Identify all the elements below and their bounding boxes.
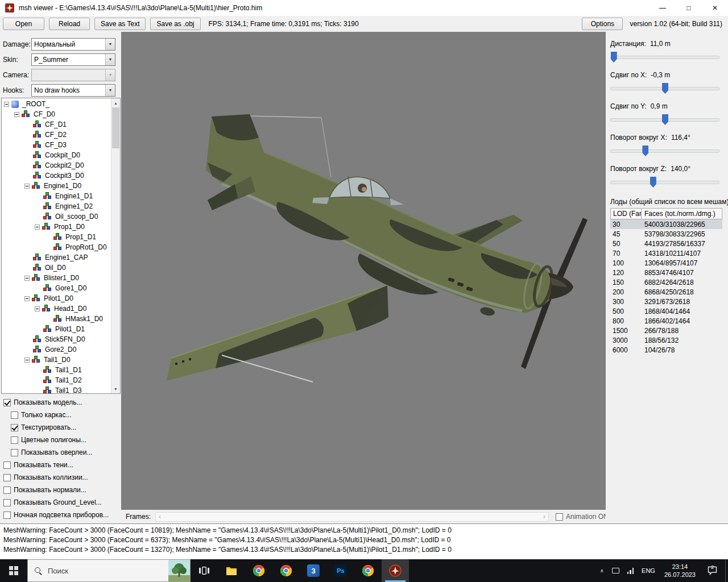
- app3-button[interactable]: 3: [300, 559, 327, 582]
- lod-row[interactable]: 3003291/673/2618: [610, 297, 722, 306]
- tree-item-engine1-d2[interactable]: Engine1_D2: [2, 201, 111, 211]
- slider-thumb[interactable]: [662, 114, 668, 125]
- slider-thumb[interactable]: [642, 146, 648, 156]
- tree-item-gore2-d0[interactable]: Gore2_D0: [2, 344, 111, 355]
- animation-checkbox[interactable]: [556, 513, 563, 521]
- scrollbar-thumb[interactable]: [112, 107, 119, 148]
- tree-item-tail1-d1[interactable]: Tail1_D1: [2, 365, 111, 375]
- slider-thumb[interactable]: [611, 52, 617, 63]
- option-checkbox[interactable]: [3, 462, 11, 469]
- collapse-toggle[interactable]: [24, 296, 30, 301]
- taskbar-clock[interactable]: 23:14 26.07.2023: [659, 563, 701, 579]
- lod-row[interactable]: 6000104/26/78: [610, 345, 722, 355]
- lod-row[interactable]: 7014318/10211/4107: [610, 248, 722, 258]
- taskbar-search[interactable]: Поиск: [27, 559, 191, 582]
- frames-scrollbar[interactable]: ‹ ›: [155, 512, 549, 522]
- tree-item-root[interactable]: _ROOT_: [2, 99, 111, 109]
- tree-item-cockpit-d0[interactable]: Cockpit_D0: [2, 150, 111, 160]
- tree-item-tail1-d3[interactable]: Tail1_D3: [2, 385, 111, 393]
- task-view-button[interactable]: [191, 559, 218, 582]
- damage-dropdown[interactable]: Нормальный▼: [31, 38, 115, 51]
- collapse-toggle[interactable]: [4, 102, 9, 107]
- option-checkbox[interactable]: [3, 512, 11, 519]
- tree-item-oil-scoop-d0[interactable]: Oil_scoop_D0: [2, 211, 111, 222]
- camera-dropdown[interactable]: ▼: [31, 69, 115, 81]
- tree-item-engine1-cap[interactable]: Engine1_CAP: [2, 252, 111, 263]
- distance-slider[interactable]: [610, 52, 719, 63]
- tree-scrollbar[interactable]: ▲ ▼: [111, 98, 120, 393]
- lod-row[interactable]: 1208853/4746/4107: [610, 268, 722, 277]
- option-checkbox[interactable]: [11, 411, 18, 419]
- tree-item-cf-d1[interactable]: CF_D1: [2, 119, 111, 130]
- tree-item-proprot1-d0[interactable]: PropRot1_D0: [2, 242, 111, 252]
- collapse-toggle[interactable]: [35, 225, 40, 230]
- lod-row[interactable]: 8001866/402/1464: [610, 316, 722, 326]
- minimize-button[interactable]: —: [650, 0, 676, 16]
- save-as-obj-button[interactable]: Save as .obj: [150, 18, 200, 30]
- tray-network-button[interactable]: [623, 559, 638, 582]
- photoshop-button[interactable]: Ps: [327, 559, 354, 582]
- save-as-text-button[interactable]: Save as Text: [94, 18, 146, 30]
- viewport[interactable]: Frames: ‹ › Animation ON: [121, 32, 606, 523]
- collapse-toggle[interactable]: [24, 276, 30, 281]
- hidden-icons-chevron[interactable]: ∧: [596, 559, 608, 582]
- option-checkbox[interactable]: [3, 487, 11, 494]
- lod-row[interactable]: 4553798/30833/22965: [610, 229, 722, 239]
- notification-center-button[interactable]: 2: [701, 559, 724, 582]
- tree-item-prop1-d1[interactable]: Prop1_D1: [2, 232, 111, 242]
- start-button[interactable]: [0, 559, 27, 582]
- collapse-toggle[interactable]: [24, 184, 30, 189]
- option-checkbox[interactable]: [11, 436, 18, 444]
- tree-item-stick5fn-d0[interactable]: Stick5FN_D0: [2, 334, 111, 344]
- lod-row[interactable]: 3000188/56/132: [610, 335, 722, 345]
- tree-item-pilot1-d0[interactable]: Pilot1_D0: [2, 293, 111, 304]
- chrome-button[interactable]: [245, 559, 272, 582]
- scroll-down-arrow[interactable]: ▼: [111, 384, 120, 393]
- search-highlight-image[interactable]: [168, 560, 190, 581]
- tree-item-oil-d0[interactable]: Oil_D0: [2, 263, 111, 273]
- tree-item-gore1-d0[interactable]: Gore1_D0: [2, 283, 111, 293]
- slider-thumb[interactable]: [650, 177, 656, 188]
- tree-item-tail1-d2[interactable]: Tail1_D2: [2, 375, 111, 385]
- open-button[interactable]: Open: [3, 18, 44, 30]
- tree-item-engine1-d0[interactable]: Engine1_D0: [2, 181, 111, 191]
- language-indicator[interactable]: ENG: [638, 559, 659, 582]
- maximize-button[interactable]: □: [676, 0, 702, 16]
- tree-item-cf-d0[interactable]: CF_D0: [2, 109, 111, 119]
- reload-button[interactable]: Reload: [49, 18, 90, 30]
- slider-thumb[interactable]: [662, 83, 668, 94]
- options-button[interactable]: Options: [582, 18, 623, 30]
- collapse-toggle[interactable]: [35, 306, 40, 311]
- lod-row[interactable]: 5001868/404/1464: [610, 306, 722, 316]
- lod-row[interactable]: 10013064/8957/4107: [610, 258, 722, 268]
- collapse-toggle[interactable]: [24, 357, 30, 363]
- msh-viewer-taskbar-button[interactable]: [382, 559, 409, 582]
- chrome-button-3[interactable]: [354, 559, 382, 582]
- lod-row[interactable]: 1500266/78/188: [610, 326, 722, 335]
- tree-item-cockpit2-d0[interactable]: Cockpit2_D0: [2, 160, 111, 171]
- file-explorer-button[interactable]: [218, 559, 245, 582]
- shift-y-slider[interactable]: [610, 114, 719, 125]
- tree-item-head1-d0[interactable]: Head1_D0: [2, 304, 111, 314]
- hooks-dropdown[interactable]: No draw hooks▼: [31, 84, 115, 97]
- tree-item-hmask1-d0[interactable]: HMask1_D0: [2, 314, 111, 324]
- skin-dropdown[interactable]: P_Summer▼: [31, 53, 115, 66]
- rotate-z-slider[interactable]: [610, 177, 719, 188]
- tray-display-button[interactable]: [608, 559, 623, 582]
- tree-item-engine1-d1[interactable]: Engine1_D1: [2, 191, 111, 201]
- close-button[interactable]: ✕: [702, 0, 728, 16]
- tree-item-cf-d2[interactable]: CF_D2: [2, 130, 111, 140]
- chrome-button-2[interactable]: [272, 559, 300, 582]
- scroll-up-arrow[interactable]: ▲: [111, 98, 120, 107]
- tree-item-prop1-d0[interactable]: Prop1_D0: [2, 222, 111, 232]
- rotate-x-slider[interactable]: [610, 146, 719, 156]
- shift-x-slider[interactable]: [610, 83, 719, 94]
- frames-next-icon[interactable]: ›: [543, 513, 545, 521]
- option-checkbox[interactable]: [11, 424, 18, 431]
- tree-item-blister1-d0[interactable]: Blister1_D0: [2, 273, 111, 283]
- lod-row[interactable]: 3054003/31038/22965: [610, 219, 722, 229]
- option-checkbox[interactable]: [11, 449, 18, 456]
- collapse-toggle[interactable]: [14, 112, 19, 117]
- tree-item-tail1-d0[interactable]: Tail1_D0: [2, 355, 111, 365]
- tree-item-pilot1-d1[interactable]: Pilot1_D1: [2, 324, 111, 334]
